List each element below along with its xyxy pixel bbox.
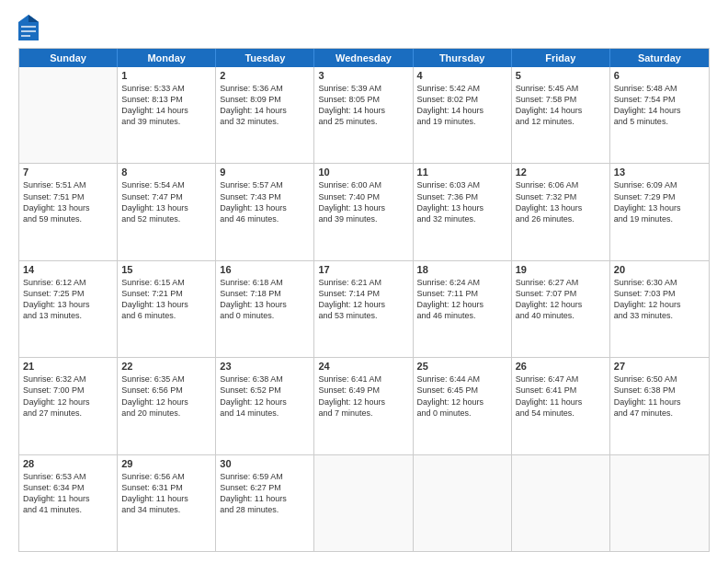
cell-line: Sunset: 7:54 PM xyxy=(614,94,705,105)
calendar-header: SundayMondayTuesdayWednesdayThursdayFrid… xyxy=(19,49,709,67)
logo-icon xyxy=(18,15,39,40)
cal-cell-19: 19Sunrise: 6:27 AMSunset: 7:07 PMDayligh… xyxy=(512,261,610,357)
calendar-body: 1Sunrise: 5:33 AMSunset: 8:13 PMDaylight… xyxy=(19,67,709,551)
cal-cell-7: 7Sunrise: 5:51 AMSunset: 7:51 PMDaylight… xyxy=(19,164,118,259)
cell-line: and 40 minutes. xyxy=(516,310,606,321)
day-number: 28 xyxy=(23,458,113,469)
cell-line: Daylight: 13 hours xyxy=(121,202,211,213)
cell-line: Daylight: 13 hours xyxy=(121,299,211,310)
cal-cell-2: 2Sunrise: 5:36 AMSunset: 8:09 PMDaylight… xyxy=(216,67,314,163)
cell-line: Sunrise: 5:48 AM xyxy=(614,83,705,94)
day-number: 20 xyxy=(614,264,705,275)
cell-line: and 27 minutes. xyxy=(23,408,113,419)
cell-line: and 12 minutes. xyxy=(516,116,606,127)
cell-line: Sunset: 6:45 PM xyxy=(417,385,507,396)
cal-cell-26: 26Sunrise: 6:47 AMSunset: 6:41 PMDayligh… xyxy=(512,358,610,454)
cell-line: Sunrise: 6:41 AM xyxy=(318,373,408,385)
cell-line: Sunrise: 6:30 AM xyxy=(614,277,705,288)
cell-line: Sunset: 8:13 PM xyxy=(121,94,211,105)
day-number: 24 xyxy=(318,361,408,372)
cell-line: and 7 minutes. xyxy=(318,408,408,419)
day-number: 17 xyxy=(318,264,408,275)
cal-cell-3: 3Sunrise: 5:39 AMSunset: 8:05 PMDaylight… xyxy=(314,67,413,163)
cell-line: and 33 minutes. xyxy=(614,310,705,321)
cell-line: Sunrise: 6:09 AM xyxy=(614,179,705,190)
cell-line: and 19 minutes. xyxy=(614,213,705,224)
day-number: 14 xyxy=(23,264,113,275)
cell-line: Sunrise: 5:33 AM xyxy=(121,83,211,94)
cell-line: Daylight: 12 hours xyxy=(417,396,507,408)
cal-cell-empty-0-0 xyxy=(19,67,118,163)
cal-cell-empty-4-3 xyxy=(314,455,413,551)
cell-line: Sunset: 6:52 PM xyxy=(220,385,310,396)
cell-line: Sunrise: 6:50 AM xyxy=(614,373,705,385)
weekday-header-wednesday: Wednesday xyxy=(314,49,413,67)
cell-line: and 59 minutes. xyxy=(23,213,113,224)
svg-rect-4 xyxy=(21,35,30,37)
cell-line: and 41 minutes. xyxy=(23,504,113,515)
cell-line: Daylight: 14 hours xyxy=(614,105,705,116)
cal-cell-13: 13Sunrise: 6:09 AMSunset: 7:29 PMDayligh… xyxy=(610,164,709,259)
cell-line: Sunset: 7:00 PM xyxy=(23,385,113,396)
cell-line: and 39 minutes. xyxy=(318,213,408,224)
cal-cell-23: 23Sunrise: 6:38 AMSunset: 6:52 PMDayligh… xyxy=(216,358,314,454)
cal-cell-4: 4Sunrise: 5:42 AMSunset: 8:02 PMDaylight… xyxy=(414,67,512,163)
cell-line: Daylight: 13 hours xyxy=(23,299,113,310)
svg-rect-3 xyxy=(21,30,36,32)
cell-line: and 19 minutes. xyxy=(417,116,507,127)
weekday-header-tuesday: Tuesday xyxy=(216,49,314,67)
cell-line: Sunset: 8:05 PM xyxy=(318,94,408,105)
cal-cell-22: 22Sunrise: 6:35 AMSunset: 6:56 PMDayligh… xyxy=(118,358,216,454)
cell-line: Sunset: 6:27 PM xyxy=(220,482,310,493)
cell-line: Daylight: 12 hours xyxy=(121,396,211,408)
day-number: 29 xyxy=(121,458,211,469)
svg-rect-2 xyxy=(21,26,36,28)
cell-line: Daylight: 12 hours xyxy=(220,396,310,408)
cell-line: Sunset: 6:56 PM xyxy=(121,385,211,396)
day-number: 21 xyxy=(23,361,113,372)
day-number: 19 xyxy=(516,264,606,275)
cal-cell-9: 9Sunrise: 5:57 AMSunset: 7:43 PMDaylight… xyxy=(216,164,314,259)
header xyxy=(18,15,710,40)
cell-line: and 46 minutes. xyxy=(220,213,310,224)
calendar-row-4: 28Sunrise: 6:53 AMSunset: 6:34 PMDayligh… xyxy=(19,455,709,551)
cell-line: Daylight: 13 hours xyxy=(417,202,507,213)
cell-line: Daylight: 11 hours xyxy=(23,493,113,504)
cell-line: Sunrise: 6:24 AM xyxy=(417,277,507,288)
cal-cell-6: 6Sunrise: 5:48 AMSunset: 7:54 PMDaylight… xyxy=(610,67,709,163)
cal-cell-1: 1Sunrise: 5:33 AMSunset: 8:13 PMDaylight… xyxy=(118,67,216,163)
cell-line: Daylight: 12 hours xyxy=(417,299,507,310)
cell-line: Sunset: 7:11 PM xyxy=(417,288,507,299)
cal-cell-20: 20Sunrise: 6:30 AMSunset: 7:03 PMDayligh… xyxy=(610,261,709,357)
cell-line: Sunset: 8:09 PM xyxy=(220,94,310,105)
cell-line: Sunrise: 6:53 AM xyxy=(23,471,113,482)
cal-cell-25: 25Sunrise: 6:44 AMSunset: 6:45 PMDayligh… xyxy=(414,358,512,454)
cell-line: Sunset: 6:49 PM xyxy=(318,385,408,396)
cell-line: Sunrise: 5:36 AM xyxy=(220,83,310,94)
cal-cell-empty-4-4 xyxy=(414,455,512,551)
cell-line: Sunset: 7:21 PM xyxy=(121,288,211,299)
calendar-row-0: 1Sunrise: 5:33 AMSunset: 8:13 PMDaylight… xyxy=(19,67,709,164)
cal-cell-5: 5Sunrise: 5:45 AMSunset: 7:58 PMDaylight… xyxy=(512,67,610,163)
cell-line: Daylight: 12 hours xyxy=(516,299,606,310)
cell-line: Sunset: 7:25 PM xyxy=(23,288,113,299)
weekday-header-thursday: Thursday xyxy=(414,49,512,67)
day-number: 23 xyxy=(220,361,310,372)
cell-line: Daylight: 13 hours xyxy=(318,202,408,213)
calendar-row-3: 21Sunrise: 6:32 AMSunset: 7:00 PMDayligh… xyxy=(19,358,709,454)
day-number: 5 xyxy=(516,70,606,81)
cell-line: Sunset: 7:40 PM xyxy=(318,191,408,202)
cell-line: and 32 minutes. xyxy=(417,213,507,224)
cell-line: Sunrise: 5:51 AM xyxy=(23,179,113,190)
cell-line: Daylight: 14 hours xyxy=(220,105,310,116)
cell-line: Daylight: 14 hours xyxy=(121,105,211,116)
day-number: 27 xyxy=(614,361,705,372)
weekday-header-monday: Monday xyxy=(118,49,216,67)
cell-line: and 39 minutes. xyxy=(121,116,211,127)
cell-line: Daylight: 11 hours xyxy=(516,396,606,408)
cell-line: Sunrise: 6:21 AM xyxy=(318,277,408,288)
cell-line: Daylight: 12 hours xyxy=(614,299,705,310)
cell-line: Sunset: 7:03 PM xyxy=(614,288,705,299)
cal-cell-10: 10Sunrise: 6:00 AMSunset: 7:40 PMDayligh… xyxy=(314,164,413,259)
cell-line: Sunrise: 6:59 AM xyxy=(220,471,310,482)
